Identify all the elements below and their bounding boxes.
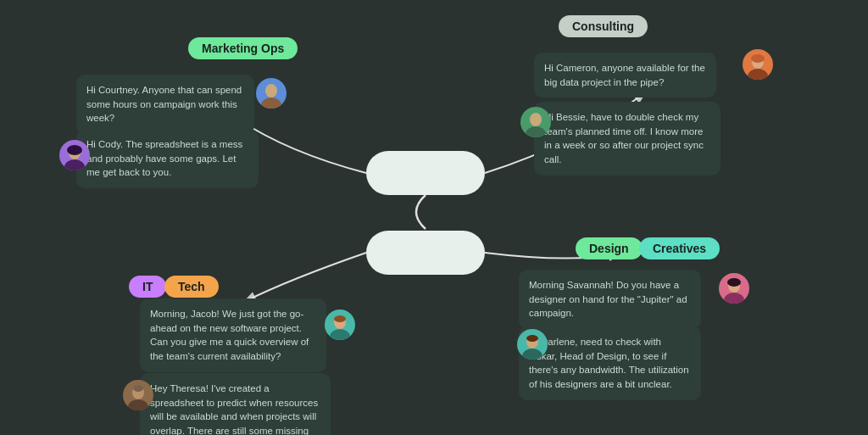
svg-point-21 (526, 335, 538, 342)
avatar-4 (520, 107, 551, 137)
tag-creatives: Creatives (639, 237, 720, 259)
canvas: Marketing Ops Consulting IT Tech Design … (0, 0, 868, 435)
svg-point-12 (334, 315, 346, 322)
chat-bubble-3: Hi Cameron, anyone available for the big… (534, 53, 716, 98)
svg-point-18 (727, 278, 741, 287)
chat-bubble-1: Hi Courtney. Anyone that can spend some … (76, 75, 254, 134)
avatar-2 (59, 140, 90, 170)
central-pill-top (366, 151, 485, 195)
central-pill-bottom (366, 231, 485, 275)
svg-point-11 (330, 329, 350, 340)
svg-point-17 (724, 293, 744, 304)
svg-point-7 (751, 54, 765, 63)
chat-bubble-2: Hi Cody. The spreadsheet is a mess and p… (76, 129, 259, 188)
chat-bubble-5: Morning, Jacob! We just got the go-ahead… (140, 298, 326, 372)
avatar-8 (517, 329, 548, 360)
avatar-3 (743, 49, 773, 80)
svg-point-8 (530, 113, 542, 126)
svg-point-4 (67, 145, 82, 155)
avatar-7 (719, 273, 749, 304)
svg-point-6 (748, 69, 768, 80)
tag-tech: Tech (164, 276, 219, 298)
avatar-6 (123, 380, 153, 410)
chat-bubble-6: Hey Theresa! I've created a spreadsheet … (140, 373, 331, 435)
tag-consulting: Consulting (559, 15, 648, 37)
avatar-5 (325, 310, 355, 340)
chat-bubble-4: Hi Bessie, have to double check my team'… (534, 102, 721, 176)
chat-bubble-7: Morning Savannah! Do you have a designer… (519, 270, 701, 329)
avatar-1 (256, 78, 287, 109)
tag-it: IT (129, 276, 166, 298)
svg-point-15 (133, 385, 143, 392)
tag-marketing: Marketing Ops (188, 37, 298, 59)
svg-point-0 (265, 84, 277, 98)
tag-design: Design (576, 237, 643, 259)
svg-point-1 (261, 98, 281, 109)
